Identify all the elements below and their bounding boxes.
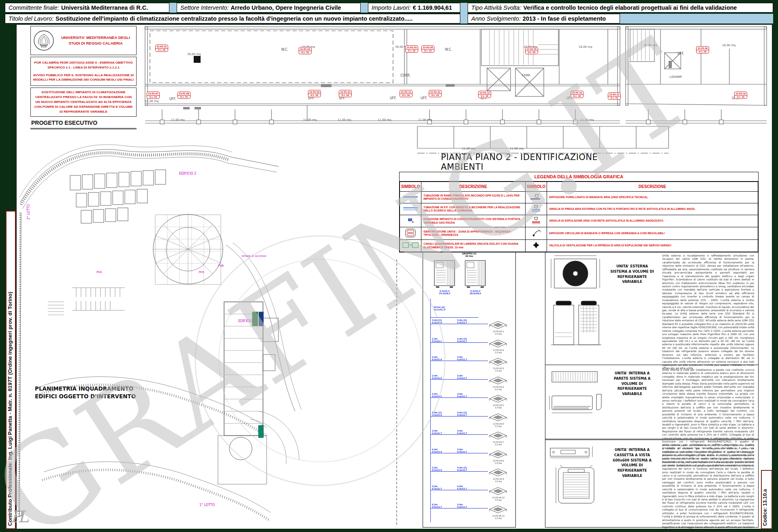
diffuser-symbol <box>526 192 547 203</box>
header-tipo-attivita: Tipo Attività Svolta: Verifica e control… <box>468 3 773 13</box>
riser-branch: 3,0m [2]9,5x15,9 5,0m [2]6,4x12,7 13-P2-… <box>426 319 514 338</box>
group-label: GRUPPO 01 60 Kw <box>423 252 515 257</box>
legend-desc: TUBAZIONE IN RAME PREISOLATA SECONDO DPR… <box>421 192 526 203</box>
pipe-line-symbol <box>400 192 421 203</box>
refrigerant-branch-line <box>430 453 488 453</box>
branch-label: 3,0m6,4x12,7 <box>457 503 467 508</box>
branch-label: 3,0m6,4x12,7 <box>457 374 467 379</box>
section-title: UNITA' INTERNA A PARETE SISTEMA A VOLUME… <box>606 365 658 439</box>
section-cassette-unit: UNITA' INTERNA A CASSETTA A VISTA 600x60… <box>545 440 758 532</box>
outdoor-unit-icon <box>464 260 486 288</box>
legend-header: DESCRIZIONE <box>547 182 758 192</box>
site-plan-drawing <box>15 128 312 531</box>
plan-title: PIANTA PIANO 2 - IDENTIFICAZIONE AMBIENT… <box>441 152 635 172</box>
professional-contribution-text: Contributo Professionale: Ing. Luigi Pan… <box>7 292 13 526</box>
section-title: UNITA' INTERNA A CASSETTA A VISTA 600x60… <box>606 440 658 532</box>
legend-desc: VALVOLA DI VENTILAZIONE PER LA RIPRESA D… <box>547 240 758 252</box>
unit-detail-panel: UNITA' ESTERNA SISTEMA A VOLUME DI REFRI… <box>545 250 759 528</box>
code-box: Codice: 13.10.a <box>761 470 772 529</box>
legend-title: LEGENDA DELLA SIMBOLOGIA GRAFICA <box>400 172 758 182</box>
refrigerant-branch-line <box>430 342 488 343</box>
field-label: Titolo del Lavoro: <box>9 15 53 22</box>
field-value: € 1.169.904,61 <box>413 4 452 11</box>
section-text: Unità esterna a riscaldamento e raffredd… <box>658 251 758 365</box>
project-stage: PROGETTO ESECUTIVO <box>30 118 137 129</box>
field-value: Arredo Urbano, Opere Ingegneria Civile <box>231 4 341 11</box>
cassette-unit-icon <box>489 394 507 404</box>
outdoor-unit-icon <box>434 260 455 288</box>
legend-desc: DIFFUSORI CIRCOLARI DI MANDATA O RIPRESA… <box>547 227 758 239</box>
section-title: UNITA' ESTERNA SISTEMA A VOLUME DI REFRI… <box>606 251 658 365</box>
field-value: Università Mediterranea di R.C. <box>61 4 148 11</box>
header-gap <box>361 3 368 13</box>
cassette-unit-icon <box>489 339 507 349</box>
legend-row: CANALI QUADRANGOLARI IN LAMIERA ZINCATA … <box>400 240 758 252</box>
field-value: Sostituzione dell'impianto di climatizza… <box>56 15 413 22</box>
legend-desc: CANALI QUADRANGOLARI IN LAMIERA ZINCATA … <box>421 240 526 252</box>
university-logo <box>33 30 55 51</box>
branch-label: 2,5m9,5x19,1 <box>432 338 442 342</box>
legend-header: DESCRIZIONE <box>421 182 526 192</box>
refrigerant-branch-line <box>430 361 488 361</box>
refrigerant-branch-line <box>430 471 488 472</box>
circular-diffuser-symbol <box>526 227 547 239</box>
legend-row: GIUNZIONE IMPIANTO DI CONDIZIONAMENTO CO… <box>400 215 758 227</box>
header-committente: Committente finale: Università Mediterra… <box>5 3 169 13</box>
caption-line: PLANIMETRIA INQUADRAMENTO <box>35 385 136 393</box>
legend-desc: TUBAZIONE IN P.P. CON INNESTO A BICCHIER… <box>421 203 526 215</box>
riser-branch: 2,0m9,5x15,9 3,0m6,4x12,7 13-P2-06,42,0 … <box>426 374 514 393</box>
site-plan-caption: PLANIMETRIA INQUADRAMENTO EDIFICI OGGETT… <box>35 385 136 400</box>
unit-size-label: 5,5x22,2 15,9x28,6 <box>434 290 455 295</box>
unit-identifier-symbol <box>400 227 421 239</box>
branch-label: 3,0m [2]9,5x15,9 <box>432 319 442 324</box>
legend-table: LEGENDA DELLA SIMBOLOGIA GRAFICA SIMBOLO… <box>399 172 759 252</box>
project-title: SOSTITUZIONE DELL'IMPIANTO DI CLIMATIZZA… <box>33 90 134 114</box>
indoor-unit-id: 13-P2-06,13,5 Kw <box>486 330 511 335</box>
pl-monogram: PL <box>11 507 25 526</box>
branch-label: 3,0m6,4x12,7 <box>457 485 467 490</box>
por-line: POR CALABRIA FESR 2007/2013 ASSE II - EN… <box>33 60 134 70</box>
branch-label: 3,0m6,4x12,7 <box>457 356 467 361</box>
refrigerant-branch-line <box>430 324 488 324</box>
section-outdoor-unit: UNITA' ESTERNA SISTEMA A VOLUME DI REFRI… <box>545 251 758 365</box>
branch-label: 2,0m9,5x15,9 <box>432 374 442 379</box>
riser-branch: 6,5m9,5x12,7 3,0m6,4x12,7 13-P2-06,113,5… <box>426 503 514 522</box>
professional-contribution-box: Contributo Professionale: Ing. Luigi Pan… <box>6 211 16 529</box>
header-anno: Anno Svolgimento: 2013 - In fase di espl… <box>468 14 620 24</box>
riser-branch: 2,0m9,5x12,7 3,0m6,4x12,7 13-P2-06,72,0 … <box>426 429 514 448</box>
field-label: Tipo Attività Svolta: <box>471 4 521 11</box>
refrigerant-branch-line <box>430 416 488 417</box>
branch-label: 2,5m9,5x15,9 <box>432 466 442 471</box>
duct-symbol <box>400 240 421 252</box>
indoor-unit-id: 13-P2-06,53,5 Kw <box>486 404 511 409</box>
field-value: 2013 - In fase di espletamento <box>523 15 606 22</box>
condensate-pipe-symbol <box>400 203 421 215</box>
section-text: Unità interna a vista per installazione … <box>658 365 758 439</box>
wall-unit-views <box>547 367 604 436</box>
refrigerant-branch-line <box>430 508 488 508</box>
wall-unit-drawings <box>545 365 606 439</box>
cassette-unit-drawings <box>545 440 606 532</box>
university-name: UNIVERSITA' MEDITERRANEA DEGLI STUDI DI … <box>57 35 134 47</box>
size-value: 28,6x28,6 <box>464 292 486 295</box>
indoor-unit-id: 13-P2-06,33,5 Kw <box>486 367 511 372</box>
outdoor-unit-drawings <box>545 251 606 365</box>
branch-label: 3,0m6,4x12,7 <box>457 429 467 434</box>
branch-label: 3,0m9,5x15,9 <box>432 356 442 361</box>
indoor-unit-id: 13-P2-06,23,5 Kw <box>486 349 511 354</box>
title-block-university: UNIVERSITA' MEDITERRANEA DEGLI STUDI DI … <box>30 26 137 55</box>
legend-desc: GIUNZIONE IMPIANTO DI CONDIZIONAMENTO CO… <box>421 215 526 227</box>
indoor-unit-id: 13-P2-06,83,5 Kw <box>486 459 511 464</box>
indoor-unit-id: 13-P2-06,103,5 Kw <box>486 496 511 501</box>
group-power: 60 Kw <box>423 255 515 257</box>
cassette-unit-icon <box>489 357 507 367</box>
branch-label: 3,0m9,5x19,1 <box>432 393 442 397</box>
title-block-program: POR CALABRIA FESR 2007/2013 ASSE II - EN… <box>30 57 137 86</box>
field-label: Anno Svolgimento: <box>471 15 521 22</box>
refrigerant-branch-line <box>430 397 488 398</box>
riser-branch: 2,5m9,5x15,9 4,0m [2]6,4x12,7 13-P2-06,9… <box>426 466 514 485</box>
header-titolo-lavoro: Titolo del Lavoro: Sostituzione dell'imp… <box>5 14 460 24</box>
legend-row: IDENTIFICATORE UNITA' - ZONA DI APPARTEN… <box>400 227 758 239</box>
legend-desc: DIFFUSORE FORELLINATO DI MANDATA ARIA (V… <box>547 192 758 203</box>
trunk-label: 30,0m [4] 19,1x41,3* <box>434 306 446 311</box>
